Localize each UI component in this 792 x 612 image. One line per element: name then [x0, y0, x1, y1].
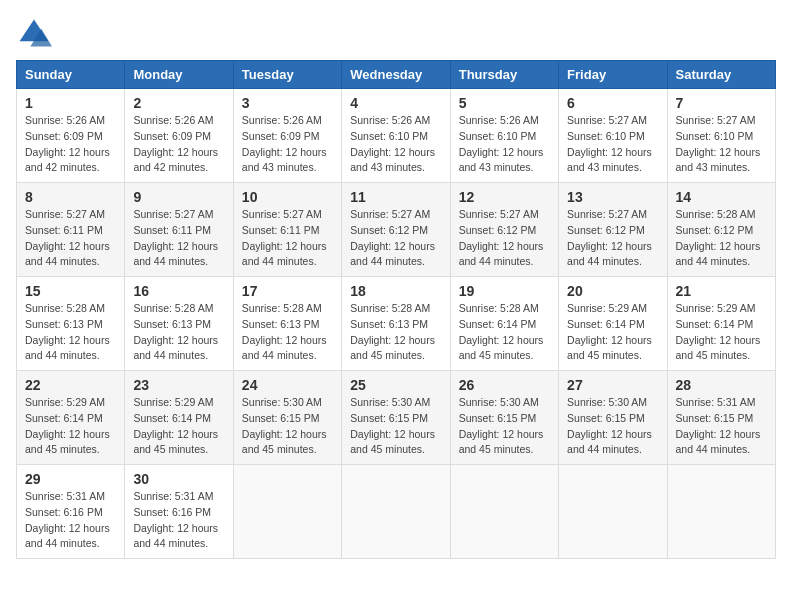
calendar-week-row: 15Sunrise: 5:28 AMSunset: 6:13 PMDayligh…	[17, 277, 776, 371]
weekday-header: Sunday	[17, 61, 125, 89]
day-info: Sunrise: 5:30 AMSunset: 6:15 PMDaylight:…	[242, 395, 333, 458]
day-info: Sunrise: 5:31 AMSunset: 6:15 PMDaylight:…	[676, 395, 767, 458]
calendar-cell: 18Sunrise: 5:28 AMSunset: 6:13 PMDayligh…	[342, 277, 450, 371]
calendar-cell: 24Sunrise: 5:30 AMSunset: 6:15 PMDayligh…	[233, 371, 341, 465]
calendar-cell: 19Sunrise: 5:28 AMSunset: 6:14 PMDayligh…	[450, 277, 558, 371]
day-info: Sunrise: 5:31 AMSunset: 6:16 PMDaylight:…	[25, 489, 116, 552]
calendar-cell: 2Sunrise: 5:26 AMSunset: 6:09 PMDaylight…	[125, 89, 233, 183]
calendar-cell: 27Sunrise: 5:30 AMSunset: 6:15 PMDayligh…	[559, 371, 667, 465]
day-info: Sunrise: 5:29 AMSunset: 6:14 PMDaylight:…	[25, 395, 116, 458]
day-info: Sunrise: 5:27 AMSunset: 6:11 PMDaylight:…	[242, 207, 333, 270]
calendar-cell: 8Sunrise: 5:27 AMSunset: 6:11 PMDaylight…	[17, 183, 125, 277]
weekday-header: Tuesday	[233, 61, 341, 89]
calendar-cell: 3Sunrise: 5:26 AMSunset: 6:09 PMDaylight…	[233, 89, 341, 183]
day-info: Sunrise: 5:26 AMSunset: 6:10 PMDaylight:…	[459, 113, 550, 176]
day-number: 30	[133, 471, 224, 487]
day-number: 13	[567, 189, 658, 205]
day-info: Sunrise: 5:26 AMSunset: 6:09 PMDaylight:…	[133, 113, 224, 176]
calendar-cell: 25Sunrise: 5:30 AMSunset: 6:15 PMDayligh…	[342, 371, 450, 465]
day-number: 23	[133, 377, 224, 393]
calendar-cell: 28Sunrise: 5:31 AMSunset: 6:15 PMDayligh…	[667, 371, 775, 465]
day-number: 17	[242, 283, 333, 299]
day-number: 24	[242, 377, 333, 393]
day-number: 9	[133, 189, 224, 205]
day-number: 15	[25, 283, 116, 299]
day-info: Sunrise: 5:30 AMSunset: 6:15 PMDaylight:…	[350, 395, 441, 458]
day-number: 2	[133, 95, 224, 111]
day-info: Sunrise: 5:27 AMSunset: 6:12 PMDaylight:…	[459, 207, 550, 270]
calendar: SundayMondayTuesdayWednesdayThursdayFrid…	[16, 60, 776, 559]
day-number: 1	[25, 95, 116, 111]
day-number: 5	[459, 95, 550, 111]
calendar-cell: 30Sunrise: 5:31 AMSunset: 6:16 PMDayligh…	[125, 465, 233, 559]
day-info: Sunrise: 5:27 AMSunset: 6:12 PMDaylight:…	[350, 207, 441, 270]
day-info: Sunrise: 5:26 AMSunset: 6:10 PMDaylight:…	[350, 113, 441, 176]
day-number: 21	[676, 283, 767, 299]
calendar-cell: 9Sunrise: 5:27 AMSunset: 6:11 PMDaylight…	[125, 183, 233, 277]
calendar-cell: 7Sunrise: 5:27 AMSunset: 6:10 PMDaylight…	[667, 89, 775, 183]
calendar-cell: 5Sunrise: 5:26 AMSunset: 6:10 PMDaylight…	[450, 89, 558, 183]
calendar-cell: 11Sunrise: 5:27 AMSunset: 6:12 PMDayligh…	[342, 183, 450, 277]
weekday-header: Friday	[559, 61, 667, 89]
day-info: Sunrise: 5:29 AMSunset: 6:14 PMDaylight:…	[676, 301, 767, 364]
day-number: 12	[459, 189, 550, 205]
calendar-week-row: 22Sunrise: 5:29 AMSunset: 6:14 PMDayligh…	[17, 371, 776, 465]
calendar-cell: 16Sunrise: 5:28 AMSunset: 6:13 PMDayligh…	[125, 277, 233, 371]
day-info: Sunrise: 5:30 AMSunset: 6:15 PMDaylight:…	[567, 395, 658, 458]
day-info: Sunrise: 5:28 AMSunset: 6:14 PMDaylight:…	[459, 301, 550, 364]
day-number: 27	[567, 377, 658, 393]
day-info: Sunrise: 5:27 AMSunset: 6:10 PMDaylight:…	[567, 113, 658, 176]
calendar-cell	[559, 465, 667, 559]
day-number: 28	[676, 377, 767, 393]
day-number: 7	[676, 95, 767, 111]
calendar-body: 1Sunrise: 5:26 AMSunset: 6:09 PMDaylight…	[17, 89, 776, 559]
calendar-header-row: SundayMondayTuesdayWednesdayThursdayFrid…	[17, 61, 776, 89]
calendar-cell: 12Sunrise: 5:27 AMSunset: 6:12 PMDayligh…	[450, 183, 558, 277]
calendar-cell	[450, 465, 558, 559]
calendar-week-row: 8Sunrise: 5:27 AMSunset: 6:11 PMDaylight…	[17, 183, 776, 277]
calendar-cell: 13Sunrise: 5:27 AMSunset: 6:12 PMDayligh…	[559, 183, 667, 277]
calendar-cell: 17Sunrise: 5:28 AMSunset: 6:13 PMDayligh…	[233, 277, 341, 371]
day-number: 10	[242, 189, 333, 205]
day-number: 14	[676, 189, 767, 205]
day-number: 29	[25, 471, 116, 487]
logo	[16, 16, 56, 52]
day-info: Sunrise: 5:28 AMSunset: 6:13 PMDaylight:…	[25, 301, 116, 364]
day-info: Sunrise: 5:28 AMSunset: 6:13 PMDaylight:…	[133, 301, 224, 364]
day-info: Sunrise: 5:27 AMSunset: 6:12 PMDaylight:…	[567, 207, 658, 270]
calendar-cell: 23Sunrise: 5:29 AMSunset: 6:14 PMDayligh…	[125, 371, 233, 465]
day-info: Sunrise: 5:27 AMSunset: 6:11 PMDaylight:…	[25, 207, 116, 270]
day-info: Sunrise: 5:28 AMSunset: 6:13 PMDaylight:…	[242, 301, 333, 364]
calendar-week-row: 29Sunrise: 5:31 AMSunset: 6:16 PMDayligh…	[17, 465, 776, 559]
day-info: Sunrise: 5:26 AMSunset: 6:09 PMDaylight:…	[242, 113, 333, 176]
day-info: Sunrise: 5:27 AMSunset: 6:10 PMDaylight:…	[676, 113, 767, 176]
day-info: Sunrise: 5:29 AMSunset: 6:14 PMDaylight:…	[567, 301, 658, 364]
day-number: 11	[350, 189, 441, 205]
calendar-week-row: 1Sunrise: 5:26 AMSunset: 6:09 PMDaylight…	[17, 89, 776, 183]
calendar-cell: 6Sunrise: 5:27 AMSunset: 6:10 PMDaylight…	[559, 89, 667, 183]
calendar-cell: 20Sunrise: 5:29 AMSunset: 6:14 PMDayligh…	[559, 277, 667, 371]
calendar-cell: 26Sunrise: 5:30 AMSunset: 6:15 PMDayligh…	[450, 371, 558, 465]
weekday-header: Saturday	[667, 61, 775, 89]
day-number: 20	[567, 283, 658, 299]
day-number: 19	[459, 283, 550, 299]
calendar-cell	[342, 465, 450, 559]
day-number: 18	[350, 283, 441, 299]
calendar-cell	[667, 465, 775, 559]
calendar-cell: 21Sunrise: 5:29 AMSunset: 6:14 PMDayligh…	[667, 277, 775, 371]
header	[16, 16, 776, 52]
calendar-cell: 29Sunrise: 5:31 AMSunset: 6:16 PMDayligh…	[17, 465, 125, 559]
weekday-header: Wednesday	[342, 61, 450, 89]
calendar-cell: 14Sunrise: 5:28 AMSunset: 6:12 PMDayligh…	[667, 183, 775, 277]
calendar-cell: 22Sunrise: 5:29 AMSunset: 6:14 PMDayligh…	[17, 371, 125, 465]
day-number: 16	[133, 283, 224, 299]
weekday-header: Thursday	[450, 61, 558, 89]
calendar-cell: 15Sunrise: 5:28 AMSunset: 6:13 PMDayligh…	[17, 277, 125, 371]
calendar-cell	[233, 465, 341, 559]
day-info: Sunrise: 5:28 AMSunset: 6:13 PMDaylight:…	[350, 301, 441, 364]
day-number: 6	[567, 95, 658, 111]
day-info: Sunrise: 5:30 AMSunset: 6:15 PMDaylight:…	[459, 395, 550, 458]
day-info: Sunrise: 5:26 AMSunset: 6:09 PMDaylight:…	[25, 113, 116, 176]
weekday-header: Monday	[125, 61, 233, 89]
calendar-cell: 4Sunrise: 5:26 AMSunset: 6:10 PMDaylight…	[342, 89, 450, 183]
